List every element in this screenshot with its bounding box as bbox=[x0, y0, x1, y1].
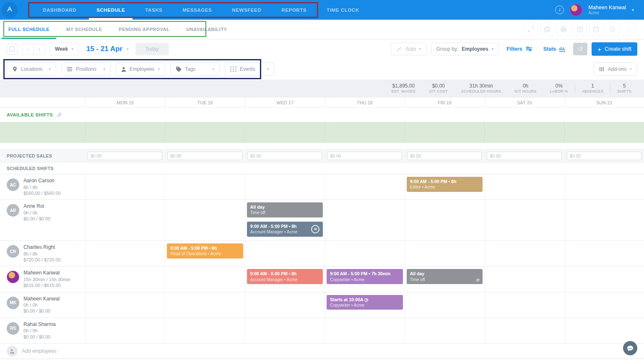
day-header[interactable]: FRI 19 bbox=[405, 98, 484, 107]
print-icon[interactable] bbox=[557, 23, 570, 36]
day-header[interactable]: SUN 21 bbox=[564, 98, 644, 107]
date-range-label[interactable]: 15 - 21 Apr bbox=[86, 45, 122, 53]
auto-schedule-dropdown[interactable]: Auto ▾ bbox=[391, 43, 426, 55]
stats-button[interactable]: Stats bbox=[540, 46, 569, 52]
employee-label[interactable]: CR Charlies Right 8h / 8h $720.00 / $720… bbox=[0, 241, 85, 266]
filter-positions[interactable]: Positions ▾ bbox=[61, 62, 111, 76]
employee-label[interactable]: Maheen Kanwal 15h 30min / 15h 30min $615… bbox=[0, 266, 85, 292]
more-icon[interactable] bbox=[622, 23, 636, 36]
day-cell[interactable] bbox=[165, 266, 244, 292]
fullscreen-icon[interactable] bbox=[524, 23, 538, 36]
date-chevron-icon[interactable]: ▾ bbox=[127, 47, 129, 51]
nav-reports[interactable]: REPORTS bbox=[271, 0, 317, 20]
chevron-down-icon[interactable]: ▾ bbox=[632, 8, 634, 12]
day-header[interactable]: THU 18 bbox=[325, 98, 404, 107]
employee-label[interactable]: MK Maheen Kanwal 0h / 0h $0.00 / $0.00 bbox=[0, 292, 85, 318]
employee-label[interactable]: AC Aaron Carson 8h / 8h $560.00 / $560.0… bbox=[0, 174, 85, 199]
time-off-block[interactable]: All day Time off bbox=[407, 269, 483, 284]
day-cell[interactable] bbox=[564, 241, 644, 266]
time-off-block[interactable]: All day Time off bbox=[247, 202, 323, 217]
day-cell[interactable] bbox=[484, 292, 564, 318]
tab-my-schedule[interactable]: MY SCHEDULE bbox=[58, 20, 110, 39]
shift-block[interactable]: Starts at 10:00A ◷ Copywriter • Acme bbox=[327, 295, 402, 310]
filter-tags[interactable]: Tags ▾ bbox=[170, 62, 220, 76]
projected-sales-input[interactable] bbox=[88, 152, 162, 160]
tab-unavailability[interactable]: UNAVAILABILITY bbox=[178, 20, 235, 39]
day-cell[interactable] bbox=[405, 318, 484, 343]
projected-sales-input[interactable] bbox=[327, 152, 402, 160]
pin-icon[interactable] bbox=[56, 112, 62, 118]
day-cell[interactable] bbox=[165, 318, 244, 343]
group-by-dropdown[interactable]: Group by: Employees ▾ bbox=[431, 43, 499, 55]
employee-label[interactable]: RS Rahal Sharma 0h / 0h $0.00 / $0.00 bbox=[0, 318, 85, 343]
day-cell[interactable] bbox=[484, 174, 564, 199]
day-cell[interactable] bbox=[85, 266, 165, 292]
day-cell[interactable] bbox=[165, 200, 244, 240]
day-cell[interactable] bbox=[484, 241, 564, 266]
day-cell[interactable] bbox=[85, 318, 165, 343]
select-all-checkbox[interactable] bbox=[7, 44, 18, 54]
history-icon[interactable] bbox=[606, 23, 619, 36]
shift-block[interactable]: 9:00 AM - 5:00 PM • 7h 30min Copywriter … bbox=[327, 269, 402, 284]
day-header[interactable]: MON 15 bbox=[85, 98, 165, 107]
tab-full-schedule[interactable]: FULL SCHEDULE bbox=[0, 20, 58, 39]
day-cell[interactable] bbox=[325, 241, 404, 266]
app-logo-icon[interactable] bbox=[2, 2, 18, 18]
day-cell[interactable] bbox=[405, 292, 484, 318]
day-cell[interactable] bbox=[564, 266, 644, 292]
next-week-button[interactable]: › bbox=[34, 43, 45, 55]
add-ons-button[interactable]: Add-ons ▾ bbox=[594, 62, 637, 76]
day-cell[interactable] bbox=[85, 292, 165, 318]
day-header[interactable]: TUE 16 bbox=[165, 98, 244, 107]
day-cell[interactable]: All day Time off 9:00 AM - 5:00 PM • 8h … bbox=[245, 200, 325, 240]
day-cell[interactable] bbox=[245, 174, 325, 199]
day-cell[interactable]: 9:00 AM - 5:00 PM • 8h Head of Operation… bbox=[165, 241, 244, 266]
day-cell[interactable] bbox=[484, 318, 564, 343]
day-cell[interactable]: 9:00 AM - 5:00 PM • 8h Account Manager •… bbox=[245, 266, 325, 292]
day-cell[interactable] bbox=[85, 241, 165, 266]
shift-block[interactable]: 9:00 AM - 5:00 PM • 8h Editor • Acme bbox=[407, 177, 483, 192]
day-cell[interactable] bbox=[484, 200, 564, 240]
nav-schedule[interactable]: SCHEDULE bbox=[86, 0, 135, 20]
user-avatar[interactable] bbox=[570, 4, 582, 16]
day-cell[interactable] bbox=[165, 292, 244, 318]
nav-tasks[interactable]: TASKS bbox=[135, 0, 172, 20]
day-cell[interactable] bbox=[85, 174, 165, 199]
day-cell[interactable] bbox=[325, 174, 404, 199]
copy-icon[interactable] bbox=[540, 23, 554, 36]
day-cell[interactable] bbox=[564, 174, 644, 199]
info-icon[interactable]: i bbox=[555, 5, 564, 14]
day-header[interactable]: SAT 20 bbox=[484, 98, 564, 107]
day-cell[interactable] bbox=[245, 241, 325, 266]
day-cell[interactable]: 9:00 AM - 5:00 PM • 8h Editor • Acme bbox=[405, 174, 484, 199]
nav-time-clock[interactable]: TIME CLOCK bbox=[317, 0, 369, 20]
create-shift-button[interactable]: + Create shift bbox=[592, 42, 637, 56]
prev-week-button[interactable]: ‹ bbox=[22, 43, 34, 55]
today-button[interactable]: Today bbox=[135, 43, 169, 55]
available-shifts-band[interactable] bbox=[0, 122, 644, 143]
nav-messages[interactable]: MESSAGES bbox=[172, 0, 222, 20]
day-cell[interactable]: Starts at 10:00A ◷ Copywriter • Acme bbox=[325, 292, 404, 318]
day-cell[interactable] bbox=[245, 292, 325, 318]
filter-employees[interactable]: Employees ▾ bbox=[116, 62, 165, 76]
day-cell[interactable] bbox=[85, 200, 165, 240]
nav-dashboard[interactable]: DASHBOARD bbox=[33, 0, 86, 20]
projected-sales-input[interactable] bbox=[247, 152, 322, 160]
day-cell[interactable] bbox=[484, 266, 564, 292]
day-cell[interactable]: 9:00 AM - 5:00 PM • 7h 30min Copywriter … bbox=[325, 266, 404, 292]
filter-events[interactable]: Events ▾ bbox=[225, 62, 274, 76]
projected-sales-input[interactable] bbox=[567, 152, 641, 160]
tab-pending-approval[interactable]: PENDING APPROVAL bbox=[110, 20, 178, 39]
projected-sales-input[interactable] bbox=[487, 152, 561, 160]
shift-block[interactable]: 9:00 AM - 5:00 PM • 8h Account Manager •… bbox=[247, 222, 323, 237]
day-cell[interactable] bbox=[564, 200, 644, 240]
add-employees-button[interactable]: Add employees bbox=[0, 343, 644, 359]
day-cell[interactable] bbox=[245, 318, 325, 343]
range-mode-dropdown[interactable]: Week ▾ bbox=[49, 43, 79, 55]
day-cell[interactable] bbox=[165, 174, 244, 199]
day-cell[interactable]: All day Time off bbox=[405, 266, 484, 292]
projected-sales-input[interactable] bbox=[167, 152, 242, 160]
day-cell[interactable] bbox=[405, 241, 484, 266]
day-cell[interactable] bbox=[405, 200, 484, 240]
shift-block[interactable]: 9:00 AM - 5:00 PM • 8h Account Manager •… bbox=[247, 269, 323, 284]
